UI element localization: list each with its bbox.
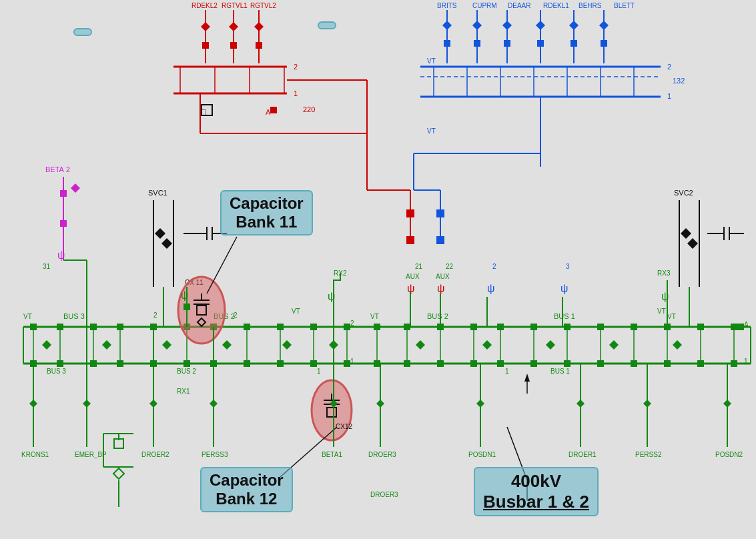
diagram-canvas <box>0 0 756 539</box>
